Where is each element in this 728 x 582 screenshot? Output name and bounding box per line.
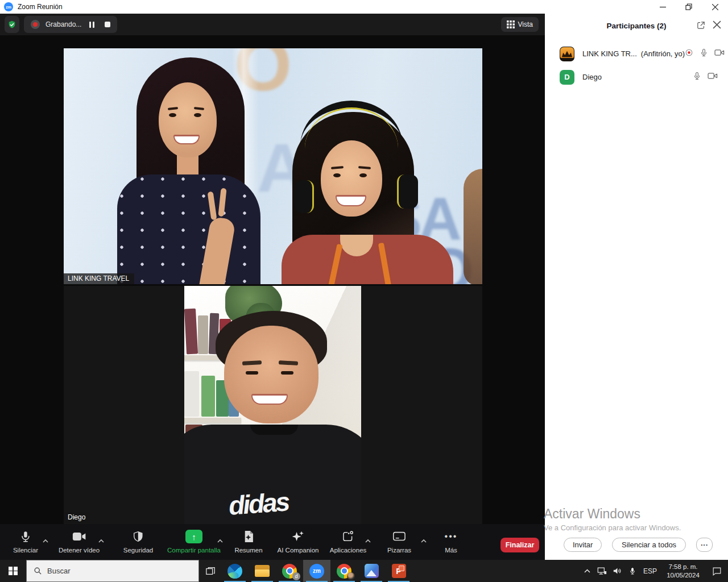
- video-tile-link-king-travel[interactable]: O A SA BO: [64, 48, 482, 284]
- mute-button[interactable]: Silenciar: [13, 529, 38, 554]
- share-options-chevron[interactable]: [217, 535, 224, 546]
- woman2-face: [321, 140, 382, 217]
- summary-button[interactable]: Resumen: [234, 529, 262, 554]
- end-meeting-button[interactable]: Finalizar: [500, 538, 539, 552]
- participant-avatar: D: [560, 70, 574, 85]
- task-view-button[interactable]: [199, 560, 221, 582]
- taskbar-item-powerpoint[interactable]: P: [385, 560, 412, 582]
- view-button-label: Vista: [518, 20, 533, 28]
- taskbar-item-chrome-1[interactable]: d: [276, 560, 303, 582]
- mute-options-chevron[interactable]: [42, 535, 49, 546]
- zoom-meeting-window: zm Zoom Reunión Grabando... Vista O A S: [0, 0, 728, 582]
- security-button-label: Seguridad: [123, 547, 153, 554]
- stop-video-button-label: Detener vídeo: [59, 547, 100, 554]
- participant-mic-icon[interactable]: [693, 71, 701, 83]
- shelf-product: [184, 309, 198, 355]
- chrome-profile-badge: d: [292, 572, 300, 580]
- participants-panel-footer: Invitar Silenciar a todos ···: [545, 538, 728, 554]
- invite-button[interactable]: Invitar: [564, 538, 602, 552]
- taskbar-item-file-explorer[interactable]: [249, 560, 276, 582]
- headphones-earcup: [295, 180, 314, 213]
- participant-role: (Anfitrión, yo): [641, 49, 685, 58]
- video-tile-diego[interactable]: didas Diego: [64, 286, 482, 524]
- start-button[interactable]: [0, 560, 26, 582]
- close-panel-icon[interactable]: [713, 20, 721, 32]
- record-dot-icon: [31, 20, 40, 29]
- summary-button-label: Resumen: [234, 547, 262, 554]
- whiteboards-button[interactable]: Pizarras: [387, 529, 411, 554]
- network-icon[interactable]: [594, 560, 610, 582]
- whiteboards-button-label: Pizarras: [387, 547, 411, 554]
- headphones-earcup: [397, 174, 418, 209]
- taskbar-item-zoom[interactable]: zm: [303, 560, 330, 582]
- shelf-product: [198, 315, 208, 354]
- shelf-product: [201, 376, 215, 417]
- ai-companion-button[interactable]: AI Companion: [278, 529, 319, 554]
- participant-camera-icon[interactable]: [714, 48, 725, 59]
- participant-row-diego[interactable]: D Diego: [545, 65, 728, 89]
- pause-recording-button[interactable]: [89, 22, 94, 28]
- taskbar-item-photos[interactable]: [358, 560, 385, 582]
- taskbar-clock[interactable]: 7:58 p. m. 10/05/2024: [661, 560, 705, 582]
- photos-icon: [365, 564, 379, 578]
- woman1-face: [159, 82, 217, 157]
- title-bar: zm Zoom Reunión: [0, 0, 728, 14]
- meeting-top-toolbar: Grabando... Vista: [0, 14, 545, 35]
- partial-person-right-edge: [464, 169, 482, 284]
- window-controls: [650, 0, 728, 14]
- file-explorer-icon: [255, 565, 270, 577]
- volume-icon[interactable]: [610, 560, 625, 582]
- popout-panel-icon[interactable]: [696, 20, 706, 32]
- system-tray: ESP 7:58 p. m. 10/05/2024: [580, 560, 728, 582]
- zoom-app-icon: zm: [4, 2, 13, 11]
- security-button[interactable]: Seguridad: [123, 529, 153, 554]
- search-icon: [34, 567, 42, 575]
- whiteboards-options-chevron[interactable]: [420, 535, 427, 546]
- powerpoint-icon: P: [392, 564, 406, 578]
- hidden-icons-chevron[interactable]: [580, 560, 594, 582]
- taskbar-item-chrome-2[interactable]: [330, 560, 358, 582]
- participant-name: Diego: [582, 73, 602, 81]
- recording-indicator: Grabando...: [24, 16, 117, 33]
- participant-mic-icon[interactable]: [700, 48, 708, 60]
- participant-avatar-logo: [560, 47, 574, 61]
- share-screen-button[interactable]: ↑ Compartir pantalla: [167, 529, 221, 554]
- taskbar-search[interactable]: [26, 560, 199, 582]
- language-indicator[interactable]: ESP: [639, 560, 661, 582]
- panel-more-button[interactable]: ···: [696, 538, 713, 552]
- participant-row-link-king[interactable]: LINK KING TR... (Anfitrión, yo): [545, 42, 728, 65]
- participant-camera-icon[interactable]: [708, 72, 718, 82]
- grid-view-icon: [507, 20, 515, 28]
- more-button-label: Más: [445, 547, 457, 554]
- zoom-taskbar-icon: zm: [309, 564, 324, 579]
- stop-recording-button[interactable]: [105, 22, 110, 27]
- window-title: Zoom Reunión: [18, 3, 63, 11]
- close-button[interactable]: [702, 0, 728, 14]
- diego-video-feed: didas: [184, 286, 361, 524]
- tray-microphone-icon[interactable]: [625, 560, 639, 582]
- mute-button-label: Silenciar: [13, 547, 38, 554]
- restore-button[interactable]: [676, 0, 702, 14]
- apps-options-chevron[interactable]: [365, 535, 371, 546]
- video-options-chevron[interactable]: [98, 535, 105, 546]
- view-button[interactable]: Vista: [501, 17, 539, 32]
- minimize-button[interactable]: [650, 0, 676, 14]
- shield-icon: [133, 529, 144, 544]
- security-shield-icon[interactable]: [5, 16, 19, 33]
- mute-all-button[interactable]: Silenciar a todos: [612, 538, 686, 552]
- microphone-icon: [19, 529, 32, 544]
- windows-taskbar: d zm P ESP 7:58 p. m. 10/05/2024: [0, 560, 728, 582]
- more-button[interactable]: ••• Más: [445, 529, 458, 554]
- apps-button[interactable]: Aplicaciones: [330, 529, 367, 554]
- taskbar-item-edge[interactable]: [221, 560, 249, 582]
- search-input[interactable]: [47, 567, 172, 575]
- shelf-product: [184, 371, 199, 417]
- recording-label: Grabando...: [46, 20, 81, 28]
- share-screen-button-label: Compartir pantalla: [167, 547, 221, 554]
- whiteboard-icon: [392, 529, 406, 544]
- ellipsis-icon: •••: [445, 529, 458, 544]
- action-center-icon[interactable]: [705, 560, 728, 582]
- participant-recording-icon: [685, 48, 693, 59]
- sparkle-icon: [291, 529, 305, 544]
- stop-video-button[interactable]: Detener vídeo: [59, 529, 100, 554]
